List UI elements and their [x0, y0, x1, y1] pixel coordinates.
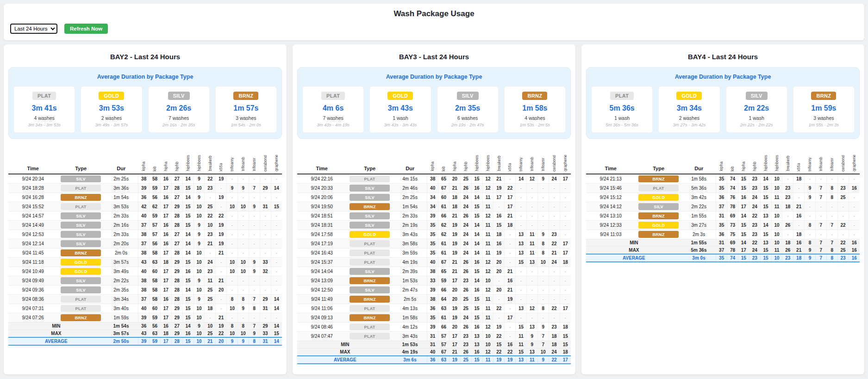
value-cell: 7 — [815, 254, 826, 262]
value-cell: 39 — [138, 313, 150, 323]
package-wash-count: 4 washes — [506, 115, 563, 121]
value-cell: 39 — [427, 211, 438, 221]
value-cell: - — [815, 211, 826, 221]
rotated-column-label: trifoamy — [230, 157, 234, 171]
time-cell: 9/24 16:43 — [297, 249, 346, 258]
value-cell: 21 — [549, 249, 560, 258]
value-cell: 23 — [205, 230, 216, 239]
time-cell: 9/24 14:57 — [8, 211, 57, 221]
value-cell: - — [216, 202, 227, 211]
time-cell: 9/24 08:36 — [8, 295, 57, 304]
package-type-badge: BRNZ — [233, 92, 258, 100]
badge-wrap: BRNZ — [506, 91, 563, 100]
value-cell: 35 — [716, 221, 727, 230]
value-cell: - — [837, 211, 849, 221]
summary-title: Average Duration by Package Type — [13, 74, 277, 80]
rotated-column-label: x55a — [508, 163, 512, 171]
duration-cell: 2m 33s — [393, 211, 427, 221]
value-cell: 24 — [549, 174, 560, 184]
type-badge: BRNZ — [350, 314, 390, 321]
time-cell: 9/24 13:09 — [297, 276, 346, 286]
value-cell: 15 — [760, 247, 771, 255]
value-cell: 19 — [449, 356, 460, 364]
column-header-dur: Dur — [393, 145, 427, 174]
time-cell: 9/24 17:19 — [297, 239, 346, 249]
value-cell: 19 — [449, 239, 460, 249]
type-cell: SILV — [346, 221, 393, 230]
value-cell: - — [271, 230, 282, 239]
duration-cell: 4m 15s — [393, 174, 427, 184]
bay-panel: BAY3 - Last 24 Hours Average Duration by… — [293, 44, 575, 374]
value-cell: 10 — [205, 221, 216, 230]
value-cell: 67 — [438, 184, 450, 193]
time-cell: 9/24 20:33 — [297, 184, 346, 193]
refresh-button[interactable]: Refresh Now — [64, 24, 108, 34]
min-row: MIN1m 53s315717231310151611971815 — [297, 341, 571, 348]
value-cell: 10 — [194, 313, 205, 323]
value-cell: 16 — [471, 258, 482, 267]
value-cell: 10 — [237, 330, 249, 338]
rotated-column-label: lob — [731, 166, 735, 171]
rotated-column-label: trifoamb — [530, 157, 534, 171]
average-row: AVERAGE3m 6s3663192515111919131192217 — [297, 356, 571, 364]
value-cell: - — [516, 286, 527, 295]
value-cell: 35 — [427, 221, 438, 230]
rotated-column-label: trifoamy — [519, 157, 523, 171]
value-cell: 31 — [427, 332, 438, 341]
value-cell: 22 — [505, 348, 516, 356]
value-cell: 11 — [526, 230, 537, 239]
package-summary-card: SILV2m 35s6 washes2m 19s - 2m 47s — [437, 86, 499, 133]
value-cell: 15 — [738, 174, 749, 184]
value-cell: - — [505, 239, 516, 249]
rotated-column-label: breakerb — [208, 155, 212, 171]
type-cell: SILV — [346, 193, 393, 202]
period-select[interactable]: Last 24 Hours — [10, 24, 57, 34]
value-cell: 15 — [516, 323, 527, 332]
value-cell: 58 — [150, 249, 161, 258]
value-cell: - — [537, 295, 549, 304]
value-cell: 9 — [249, 267, 260, 276]
value-cell: - — [849, 193, 860, 202]
wash-row: 9/24 22:16PLAT4m 15s38652025151221-14129… — [297, 174, 571, 184]
average-row: AVERAGE3m 0s35741523151023189782316 — [586, 254, 860, 262]
value-cell: 10 — [227, 267, 238, 276]
value-cell: 14 — [182, 239, 194, 249]
value-cell: 29 — [171, 202, 182, 211]
value-cell: 10 — [537, 258, 549, 267]
value-cell: - — [505, 230, 516, 239]
type-cell: SILV — [57, 211, 104, 221]
type-badge: SILV — [350, 194, 390, 201]
value-cell: 13 — [516, 304, 527, 313]
duration-cell: 2m 22s — [104, 276, 138, 286]
value-cell: 16 — [471, 348, 482, 356]
value-cell: 15 — [182, 313, 194, 323]
duration-cell: 1m 59s — [104, 313, 138, 323]
rotated-column-label: hiphb — [464, 162, 468, 171]
value-cell: - — [526, 295, 537, 304]
package-type-badge: SILV — [168, 92, 190, 100]
value-cell: - — [260, 313, 271, 323]
value-cell: 9 — [227, 184, 238, 193]
package-avg-duration: 3m 34s — [661, 104, 718, 112]
min-row: MIN1m 54s3656162714910198872914 — [8, 323, 282, 330]
duration-cell: 3m 6s — [393, 356, 427, 364]
value-cell: 19 — [449, 221, 460, 230]
value-cell: 17 — [505, 313, 516, 323]
rotated-column-label: lopha — [142, 162, 146, 171]
value-cell: 18 — [793, 174, 805, 184]
type-badge: SILV — [61, 231, 101, 238]
value-cell: 37 — [716, 202, 727, 211]
value-cell: - — [237, 249, 249, 258]
value-cell: 10 — [227, 330, 238, 338]
duration-cell: 2m 47s — [393, 286, 427, 295]
duration-cell: 4m 19s — [393, 348, 427, 356]
value-cell: 27 — [171, 193, 182, 202]
bay-panels: BAY2 - Last 24 Hours Average Duration by… — [4, 44, 864, 374]
type-cell: GOLD — [57, 267, 104, 276]
value-cell: - — [560, 267, 571, 276]
value-cell: 18 — [205, 304, 216, 313]
package-duration-range: 1m 53s - 2m 5s — [506, 122, 563, 127]
package-type-badge: GOLD — [676, 92, 702, 100]
badge-wrap: PLAT — [16, 91, 73, 100]
value-cell: 10 — [482, 332, 493, 341]
